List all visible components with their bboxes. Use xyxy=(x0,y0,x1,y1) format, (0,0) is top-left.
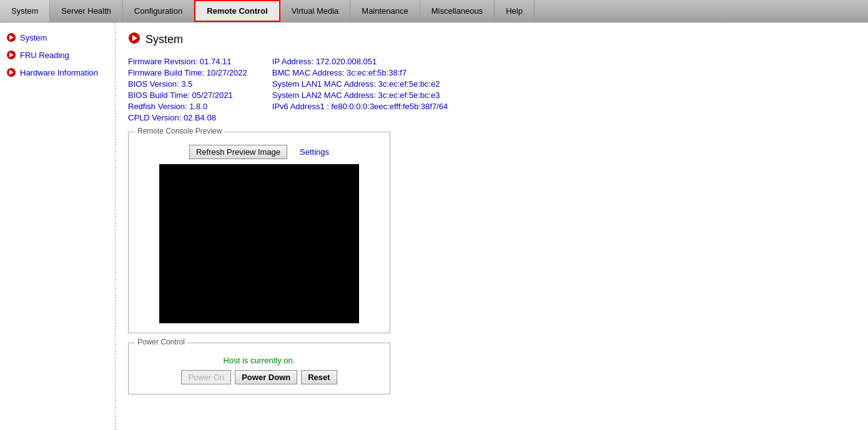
page-layout: SystemFRU ReadingHardware Information Sy… xyxy=(0,22,868,430)
nav-item-server-health[interactable]: Server Health xyxy=(50,0,122,22)
nav-item-miscellaneous[interactable]: Miscellaneous xyxy=(420,0,495,22)
info-row: System LAN1 MAC Address: 3c:ec:ef:5e:bc:… xyxy=(272,79,448,89)
info-row: IPv6 Address1 : fe80:0:0:0:3eec:efff:fe5… xyxy=(272,102,448,111)
preview-controls: Refresh Preview Image Settings xyxy=(138,145,380,159)
sidebar-arrow-icon xyxy=(6,67,16,77)
sidebar-item-label: FRU Reading xyxy=(20,51,69,60)
info-row: System LAN2 MAC Address: 3c:ec:ef:5e:bc:… xyxy=(272,90,448,100)
sidebar: SystemFRU ReadingHardware Information xyxy=(0,22,116,430)
power-btn-power-on: Power On xyxy=(181,370,231,384)
info-row: Firmware Build Time: 10/27/2022 xyxy=(128,68,247,77)
info-row: Firmware Revision: 01.74.11 xyxy=(128,57,247,66)
page-title-icon xyxy=(128,32,141,47)
power-control-content: Host is currently on. Power OnPower Down… xyxy=(129,343,390,394)
sidebar-arrow-icon xyxy=(6,32,16,42)
sidebar-item-system[interactable]: System xyxy=(0,29,115,46)
sidebar-item-hardware-information[interactable]: Hardware Information xyxy=(0,64,115,81)
info-row: IP Address: 172.020.008.051 xyxy=(272,57,448,66)
sidebar-item-label: Hardware Information xyxy=(20,68,98,77)
main-content: System Firmware Revision: 01.74.11Firmwa… xyxy=(116,22,868,430)
info-row: BMC MAC Address: 3c:ec:ef:5b:38:f7 xyxy=(272,68,448,77)
info-right-col: IP Address: 172.020.008.051BMC MAC Addre… xyxy=(272,57,448,122)
info-left-col: Firmware Revision: 01.74.11Firmware Buil… xyxy=(128,57,247,122)
refresh-preview-button[interactable]: Refresh Preview Image xyxy=(189,145,287,159)
info-grid: Firmware Revision: 01.74.11Firmware Buil… xyxy=(128,57,856,122)
remote-console-content: Refresh Preview Image Settings xyxy=(129,132,390,333)
nav-item-configuration[interactable]: Configuration xyxy=(123,0,194,22)
power-btn-reset[interactable]: Reset xyxy=(301,370,337,384)
power-control-panel: Power Control Host is currently on. Powe… xyxy=(128,343,390,394)
sidebar-item-fru-reading[interactable]: FRU Reading xyxy=(0,46,115,64)
info-row: BIOS Build Time: 05/27/2021 xyxy=(128,90,247,100)
power-control-legend: Power Control xyxy=(135,338,187,346)
remote-console-panel: Remote Console Preview Refresh Preview I… xyxy=(128,132,390,333)
power-buttons: Power OnPower DownReset xyxy=(138,370,380,384)
preview-image xyxy=(159,164,359,323)
info-row: BIOS Version: 3.5 xyxy=(128,79,247,89)
info-row: CPLD Version: 02.B4.08 xyxy=(128,113,247,122)
nav-item-virtual-media[interactable]: Virtual Media xyxy=(280,0,351,22)
nav-item-help[interactable]: Help xyxy=(495,0,535,22)
remote-console-legend: Remote Console Preview xyxy=(135,127,224,135)
sidebar-item-label: System xyxy=(20,33,47,42)
nav-item-maintenance[interactable]: Maintenance xyxy=(350,0,420,22)
settings-link[interactable]: Settings xyxy=(300,147,329,157)
top-navigation: SystemServer HealthConfigurationRemote C… xyxy=(0,0,868,22)
sidebar-arrow-icon xyxy=(6,50,16,60)
power-status: Host is currently on. xyxy=(138,356,380,365)
nav-item-system[interactable]: System xyxy=(0,0,50,22)
page-title: System xyxy=(128,32,856,47)
nav-item-remote-control[interactable]: Remote Control xyxy=(194,0,280,22)
info-row: Redfish Version: 1.8.0 xyxy=(128,102,247,111)
power-btn-power-down[interactable]: Power Down xyxy=(235,370,297,384)
